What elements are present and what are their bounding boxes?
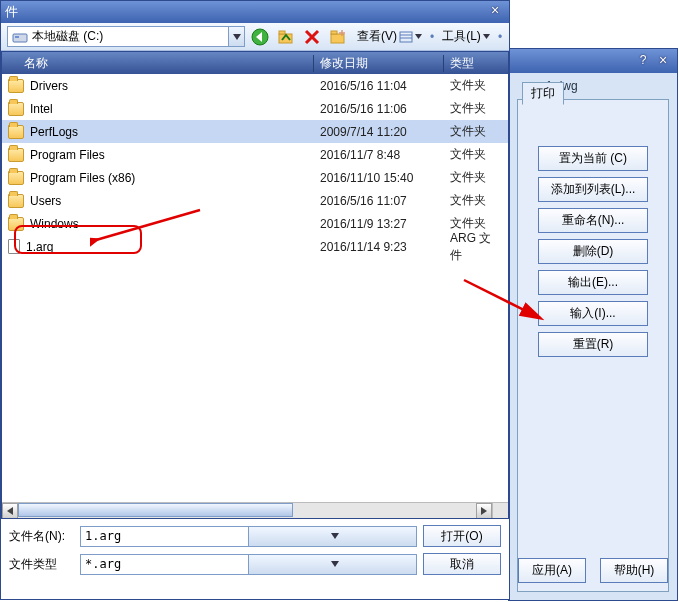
file-name: Drivers <box>30 79 68 93</box>
file-row[interactable]: Intel2016/5/16 11:06文件夹 <box>2 97 508 120</box>
chevron-down-icon <box>415 34 422 39</box>
file-row[interactable]: Program Files2016/11/7 8:48文件夹 <box>2 143 508 166</box>
list-header: 名称 修改日期 类型 <box>2 52 508 74</box>
tools-menu[interactable]: 工具(L) <box>438 26 494 48</box>
folder-icon <box>8 194 24 208</box>
scroll-right-icon[interactable] <box>476 503 492 519</box>
filename-label: 文件名(N): <box>9 528 74 545</box>
close-button[interactable]: × <box>487 3 503 19</box>
cancel-button[interactable]: 取消 <box>423 553 501 575</box>
horizontal-scrollbar[interactable] <box>2 502 492 518</box>
scroll-thumb[interactable] <box>18 503 293 517</box>
folder-icon <box>8 102 24 116</box>
svg-marker-18 <box>7 507 13 515</box>
folder-icon <box>8 79 24 93</box>
set-current-button[interactable]: 置为当前 (C) <box>538 146 648 171</box>
export-button[interactable]: 输出(E)... <box>538 270 648 295</box>
folder-icon <box>8 171 24 185</box>
folder-icon <box>8 125 24 139</box>
file-open-dialog: 件 × 本地磁盘 (C:) 查看(V) • <box>0 0 510 600</box>
folder-icon <box>8 148 24 162</box>
rename-button[interactable]: 重命名(N)... <box>538 208 648 233</box>
file-date: 2016/5/16 11:07 <box>314 194 444 208</box>
file-date: 2016/11/10 15:40 <box>314 171 444 185</box>
file-list: 名称 修改日期 类型 Drivers2016/5/16 11:04文件夹Inte… <box>1 51 509 519</box>
file-name: Program Files <box>30 148 105 162</box>
file-row[interactable]: 1.arg2016/11/14 9:23ARG 文件 <box>2 235 508 258</box>
filetype-dropdown-icon[interactable] <box>248 555 416 574</box>
tools-menu-label: 工具(L) <box>442 28 481 45</box>
secondary-groupbox: 打印 置为当前 (C) 添加到列表(L)... 重命名(N)... 删除(D) … <box>517 99 669 592</box>
list-body[interactable]: Drivers2016/5/16 11:04文件夹Intel2016/5/16 … <box>2 74 508 519</box>
new-folder-icon[interactable] <box>327 26 349 48</box>
view-menu-icon <box>399 31 413 43</box>
file-row[interactable]: Windows2016/11/9 13:27文件夹 <box>2 212 508 235</box>
location-label: 本地磁盘 (C:) <box>32 28 228 45</box>
col-header-type[interactable]: 类型 <box>444 55 500 72</box>
svg-marker-21 <box>331 561 339 567</box>
filename-input[interactable]: 1.arg <box>80 526 417 547</box>
file-row[interactable]: Drivers2016/5/16 11:04文件夹 <box>2 74 508 97</box>
svg-rect-10 <box>331 31 337 34</box>
col-header-name[interactable]: 名称 <box>2 55 314 72</box>
filetype-label: 文件类型 <box>9 556 74 573</box>
file-type: ARG 文件 <box>444 230 500 264</box>
drive-icon <box>12 29 28 45</box>
scroll-left-icon[interactable] <box>2 503 18 519</box>
scroll-track[interactable] <box>18 503 476 518</box>
scrollbar-corner <box>492 502 508 518</box>
file-type: 文件夹 <box>444 169 500 186</box>
help-button-bottom[interactable]: 帮助(H) <box>600 558 668 583</box>
col-header-date[interactable]: 修改日期 <box>314 55 444 72</box>
apply-button[interactable]: 应用(A) <box>518 558 586 583</box>
help-button[interactable]: ? <box>635 53 651 69</box>
file-date: 2009/7/14 11:20 <box>314 125 444 139</box>
file-name: PerfLogs <box>30 125 78 139</box>
file-type: 文件夹 <box>444 146 500 163</box>
svg-marker-20 <box>331 533 339 539</box>
file-type: 文件夹 <box>444 100 500 117</box>
file-row[interactable]: Users2016/5/16 11:07文件夹 <box>2 189 508 212</box>
window-title: 件 <box>5 4 18 19</box>
import-button[interactable]: 输入(I)... <box>538 301 648 326</box>
file-date: 2016/5/16 11:06 <box>314 102 444 116</box>
up-folder-icon[interactable] <box>275 26 297 48</box>
file-type: 文件夹 <box>444 77 500 94</box>
file-date: 2016/5/16 11:04 <box>314 79 444 93</box>
back-icon[interactable] <box>249 26 271 48</box>
toolbar: 本地磁盘 (C:) 查看(V) • 工具(L) • <box>1 23 509 51</box>
secondary-titlebar: ? × <box>509 49 677 73</box>
folder-icon <box>8 217 24 231</box>
file-name: Users <box>30 194 61 208</box>
filename-dropdown-icon[interactable] <box>248 527 416 546</box>
file-type: 文件夹 <box>444 192 500 209</box>
file-name: 1.arg <box>26 240 53 254</box>
file-row[interactable]: Program Files (x86)2016/11/10 15:40文件夹 <box>2 166 508 189</box>
file-name: Program Files (x86) <box>30 171 135 185</box>
filetype-value: *.arg <box>81 557 248 571</box>
dialog-footer: 文件名(N): 1.arg 打开(O) 文件类型 *.arg 取消 <box>1 519 509 587</box>
secondary-body: g1.dwg 打印 置为当前 (C) 添加到列表(L)... 重命名(N)...… <box>509 73 677 600</box>
close-button[interactable]: × <box>655 53 671 69</box>
delete-icon[interactable] <box>301 26 323 48</box>
file-row[interactable]: PerfLogs2009/7/14 11:20文件夹 <box>2 120 508 143</box>
view-menu[interactable]: 查看(V) <box>353 26 426 48</box>
location-dropdown-icon[interactable] <box>228 27 244 46</box>
chevron-down-icon <box>483 34 490 39</box>
open-button[interactable]: 打开(O) <box>423 525 501 547</box>
print-tab[interactable]: 打印 <box>522 82 564 105</box>
location-combo[interactable]: 本地磁盘 (C:) <box>7 26 245 47</box>
reset-button[interactable]: 重置(R) <box>538 332 648 357</box>
svg-marker-17 <box>483 34 490 39</box>
file-date: 2016/11/9 13:27 <box>314 217 444 231</box>
svg-rect-13 <box>400 32 412 42</box>
svg-rect-1 <box>15 36 19 38</box>
delete-button[interactable]: 删除(D) <box>538 239 648 264</box>
file-date: 2016/11/14 9:23 <box>314 240 444 254</box>
separator: • <box>498 30 502 44</box>
separator: • <box>430 30 434 44</box>
filetype-combo[interactable]: *.arg <box>80 554 417 575</box>
add-to-list-button[interactable]: 添加到列表(L)... <box>538 177 648 202</box>
secondary-dialog: ? × g1.dwg 打印 置为当前 (C) 添加到列表(L)... 重命名(N… <box>508 48 678 601</box>
svg-rect-6 <box>279 31 285 34</box>
